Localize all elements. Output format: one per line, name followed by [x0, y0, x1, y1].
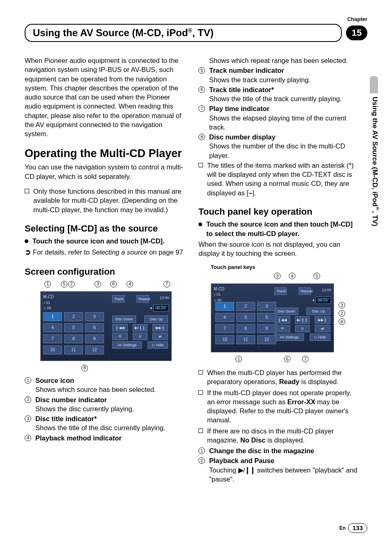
- play-pause-button-2[interactable]: ▶/❙❙: [295, 316, 310, 324]
- col2-item-7-label: Play time indicator: [209, 104, 359, 113]
- chapter-title-pre: Using the AV Source (M-CD, iPod: [33, 27, 188, 38]
- tp-step-post: to select the multi-CD player.: [206, 230, 299, 237]
- sc-item-2-desc: Shows the disc currently playing.: [35, 404, 185, 413]
- left-column: When Pioneer audio equipment is connecte…: [25, 56, 185, 484]
- circled-2: 2: [25, 396, 31, 403]
- disc-cell[interactable]: 9: [257, 324, 276, 333]
- circled-3: 3: [25, 415, 31, 422]
- prev-track-button[interactable]: ❙◀◀: [112, 324, 128, 331]
- disc-cell[interactable]: 12: [257, 335, 276, 344]
- intro-paragraph: When Pioneer audio equipment is connecte…: [25, 56, 185, 138]
- selecting-step-post: .: [163, 237, 165, 245]
- circled-1b: 1: [198, 447, 205, 454]
- callout-2: 2: [68, 281, 75, 287]
- tp-num-1: 1 Change the disc in the magazine: [198, 446, 359, 455]
- mode-button-2[interactable]: ⤨: [133, 333, 148, 340]
- sc-item-4: 4 Playback method indicator: [25, 433, 185, 442]
- disc-cell[interactable]: 2: [236, 302, 255, 311]
- disc-cell[interactable]: 11: [64, 345, 83, 354]
- disc-cell[interactable]: 5: [236, 313, 255, 322]
- mode-button-1b[interactable]: ⟲: [274, 325, 290, 332]
- sc-item-3-desc: Shows the title of the disc currently pl…: [35, 423, 185, 432]
- disc-down-button-2[interactable]: Disc Down: [274, 308, 298, 315]
- circled-8: 8: [198, 134, 205, 140]
- tp-paragraph: When the source icon is not displayed, y…: [198, 240, 359, 258]
- col2-continuation: Shows which repeat range has been select…: [209, 56, 359, 65]
- mode-button-2b[interactable]: ⤨: [295, 325, 310, 332]
- chapter-title-sup: ®: [188, 27, 192, 34]
- disc-cell[interactable]: 8: [64, 334, 83, 343]
- tp-callout-b7: 7: [302, 356, 309, 362]
- source-text: M-CD: [43, 294, 54, 299]
- play-pause-button[interactable]: ▶/❙❙: [133, 324, 148, 331]
- disc-cell[interactable]: 8: [236, 324, 255, 333]
- disc-cell[interactable]: 11: [236, 335, 255, 344]
- note-dash: –: [249, 189, 252, 197]
- chapter-number-badge: 15: [346, 25, 367, 40]
- source-text-2: M-CD: [214, 287, 224, 291]
- square-bullet-icon: [198, 163, 203, 167]
- tpb-bold: Ready: [279, 378, 300, 385]
- mode-button-3[interactable]: ⇄: [152, 333, 168, 340]
- sc-item-1-label: Source icon: [35, 376, 185, 385]
- disc-cell[interactable]: 3: [257, 302, 276, 311]
- disc-cell[interactable]: 1: [215, 302, 234, 311]
- disc-down-button[interactable]: Disc Down: [112, 315, 136, 323]
- av-settings-button[interactable]: AV Settings: [112, 341, 142, 349]
- chapter-title-post: , TV): [192, 27, 214, 38]
- next-track-button-2[interactable]: ▶▶❙: [315, 316, 330, 324]
- disc-no: 01: [46, 301, 50, 305]
- tp-step-text: Touch the source icon and then touch [M-…: [206, 220, 359, 238]
- col2-item-8-desc: Shows the number of the disc in the mult…: [209, 141, 359, 160]
- filled-bullet-icon: [198, 222, 202, 226]
- disc-cell[interactable]: 7: [215, 324, 234, 333]
- col2-item-5-desc: Shows the track currently playing.: [209, 75, 359, 84]
- disc-cell[interactable]: 4: [215, 313, 234, 322]
- prev-track-button-2[interactable]: ❙◀◀: [274, 316, 290, 324]
- repeat-label-2[interactable]: Repeat: [299, 287, 311, 295]
- disc-up-button-2[interactable]: Disc Up: [307, 308, 330, 315]
- disc-cell[interactable]: 3: [85, 312, 104, 321]
- play-time: 00'25": [153, 304, 169, 312]
- tpb-bold: Error-XX: [287, 398, 315, 405]
- track-label[interactable]: Track: [112, 295, 125, 303]
- tp-callout-5: 5: [314, 273, 320, 279]
- disc-cell[interactable]: 6: [257, 313, 276, 322]
- disc-up-button[interactable]: Disc Up: [144, 315, 168, 323]
- circled-2b: 2: [198, 457, 205, 464]
- disc-cell[interactable]: 10: [43, 345, 62, 354]
- mode-button-3b[interactable]: ⇄: [315, 325, 330, 332]
- tp-num-2-desc: Touching ▶/❙❙ switches between "playback…: [209, 466, 359, 484]
- tp-bullet-nodisc: If there are no discs in the multi-CD pl…: [198, 426, 359, 445]
- selecting-step-mcd: [M-CD]: [141, 237, 163, 245]
- disc-cell[interactable]: 5: [64, 323, 83, 332]
- hide-button-2[interactable]: ▷ Hide: [310, 334, 330, 341]
- disc-cell[interactable]: 4: [43, 323, 62, 332]
- mode-button-1[interactable]: ⟲: [112, 333, 128, 340]
- touch-panel-screenshot: M-CD ♪ 01 ♫ 05 Track Repeat 12:00 ● 00'2…: [211, 283, 334, 352]
- tp-callout-b1: 1: [235, 356, 242, 362]
- tp-callout-4: 4: [289, 273, 295, 279]
- note-pre: The titles of the items marked with an a…: [207, 162, 354, 197]
- right-column: Shows which repeat range has been select…: [198, 56, 359, 484]
- play-pause-icon: ▶/❙❙: [238, 466, 256, 474]
- av-settings-button-2[interactable]: AV Settings: [274, 334, 304, 341]
- disc-cell[interactable]: 9: [85, 334, 104, 343]
- disc-cell[interactable]: 12: [85, 345, 104, 354]
- tp-callouts-top: 3 4 5: [211, 272, 359, 281]
- disc-cell[interactable]: 1: [43, 312, 62, 321]
- track-label-2[interactable]: Track: [274, 287, 287, 295]
- disc-cell[interactable]: 6: [85, 323, 104, 332]
- disc-cell[interactable]: 10: [215, 335, 234, 344]
- repeat-label[interactable]: Repeat: [136, 295, 149, 303]
- note-post: ].: [252, 189, 256, 197]
- callout-7: 7: [164, 281, 170, 287]
- tp-step-pre: Touch the source icon and then touch: [206, 220, 330, 228]
- crossref-arrow-icon: ➲: [25, 248, 31, 256]
- page-footer: En 133: [339, 523, 367, 533]
- next-track-button[interactable]: ▶▶❙: [152, 324, 168, 331]
- tpb-post: is displayed.: [300, 378, 339, 385]
- disc-cell[interactable]: 2: [64, 312, 83, 321]
- hide-button[interactable]: ▷ Hide: [148, 341, 168, 349]
- disc-cell[interactable]: 7: [43, 334, 62, 343]
